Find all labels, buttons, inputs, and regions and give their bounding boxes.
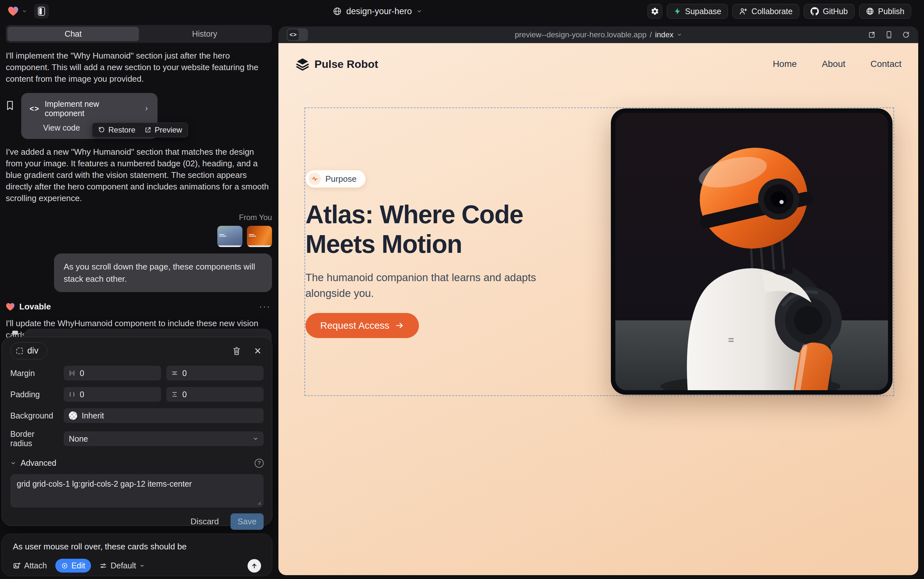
- border-radius-select[interactable]: None: [64, 431, 264, 446]
- project-name: design-your-hero: [346, 7, 412, 16]
- component-hover-actions: Restore Preview: [92, 123, 188, 137]
- lovable-avatar: [6, 303, 15, 311]
- publish-globe-icon: [866, 7, 874, 15]
- chevron-down-icon: [253, 436, 258, 442]
- preview-button[interactable]: Preview: [144, 126, 182, 134]
- code-icon: <>: [29, 105, 39, 113]
- padding-label: Padding: [10, 390, 59, 399]
- padding-x-input[interactable]: 0: [64, 387, 161, 402]
- model-selector[interactable]: Default: [100, 561, 145, 570]
- preview-site: Pulse Robot Home About Contact Purpose A…: [278, 43, 918, 575]
- margin-vertical-icon: [171, 370, 178, 376]
- tab-history[interactable]: History: [139, 27, 270, 41]
- collaborate-button[interactable]: Collaborate: [732, 4, 799, 19]
- advanced-section-header[interactable]: Advanced ?: [10, 458, 264, 468]
- discard-button[interactable]: Discard: [191, 517, 219, 527]
- code-icon: <>: [288, 29, 299, 40]
- project-switcher[interactable]: design-your-hero: [333, 0, 422, 23]
- chat-input[interactable]: As user mouse roll over, these cards sho…: [13, 542, 261, 552]
- preview-url-bar[interactable]: preview--design-your-hero.lovable.app / …: [515, 26, 682, 43]
- robot-hero-image: [615, 113, 888, 390]
- open-in-new-tab-button[interactable]: [868, 31, 876, 39]
- sidebar-toggle-button[interactable]: [34, 4, 49, 19]
- hero-content: Purpose Atlas: Where Code Meets Motion T…: [305, 170, 569, 338]
- refresh-button[interactable]: [902, 31, 910, 39]
- settings-button[interactable]: [648, 4, 662, 19]
- margin-y-input[interactable]: 0: [166, 366, 264, 381]
- margin-x-input[interactable]: 0: [64, 366, 161, 381]
- attach-image-icon: [13, 562, 21, 570]
- chat-composer: As user mouse roll over, these cards sho…: [2, 534, 272, 576]
- mobile-preview-button[interactable]: [885, 31, 893, 39]
- layers-icon: [296, 57, 309, 71]
- close-inspector-button[interactable]: ×: [254, 345, 261, 357]
- attachment-thumbnail-blue[interactable]: [217, 226, 242, 247]
- publish-button[interactable]: Publish: [859, 4, 911, 19]
- advanced-collapse-chevron-icon: [10, 460, 16, 466]
- advanced-label: Advanced: [21, 458, 56, 468]
- site-nav-links: Home About Contact: [773, 59, 901, 69]
- padding-horizontal-icon: [69, 391, 75, 397]
- transparency-swatch-icon: [69, 411, 77, 420]
- attachment-thumbnails: [6, 226, 272, 247]
- element-tag: div: [27, 346, 39, 356]
- edit-mode-button[interactable]: Edit: [55, 559, 91, 572]
- hero-title: Atlas: Where Code Meets Motion: [305, 200, 556, 259]
- background-label: Background: [10, 411, 59, 420]
- preview-url-page: index: [655, 30, 673, 39]
- background-input[interactable]: Inherit: [64, 408, 264, 423]
- nav-link-home[interactable]: Home: [773, 59, 797, 69]
- nav-link-contact[interactable]: Contact: [871, 59, 902, 69]
- padding-vertical-icon: [171, 391, 178, 397]
- nav-link-about[interactable]: About: [822, 59, 845, 69]
- border-radius-row: Border radius None: [10, 429, 264, 448]
- supabase-button[interactable]: Supabase: [667, 4, 728, 19]
- save-button[interactable]: Save: [230, 514, 264, 530]
- app-topbar: design-your-hero Supabase Collaborate: [0, 0, 924, 23]
- site-brand[interactable]: Pulse Robot: [296, 57, 378, 71]
- github-button[interactable]: GitHub: [804, 4, 855, 19]
- resize-grip-icon[interactable]: [256, 500, 261, 505]
- dashed-box-icon: [16, 348, 23, 354]
- delete-element-button[interactable]: [232, 347, 241, 355]
- message-more-menu[interactable]: ···: [259, 302, 271, 312]
- project-globe-icon: [333, 7, 342, 16]
- attachment-thumbnail-orange[interactable]: [247, 226, 272, 247]
- arrow-right-icon: [395, 321, 404, 330]
- hero-subtitle: The humanoid companion that learns and a…: [305, 270, 550, 301]
- background-row: Background Inherit: [10, 408, 264, 423]
- chevron-right-icon: [144, 106, 149, 111]
- assistant-message-2: I've added a new "Why Humanoid" section …: [6, 146, 272, 204]
- element-tag-chip[interactable]: div: [10, 342, 47, 359]
- advanced-help-button[interactable]: ?: [255, 459, 264, 468]
- purpose-badge[interactable]: Purpose: [305, 170, 366, 188]
- padding-row: Padding 0 0: [10, 387, 264, 402]
- tab-chat[interactable]: Chat: [7, 27, 139, 41]
- restore-button[interactable]: Restore: [98, 126, 135, 134]
- supabase-bolt-icon: [674, 7, 681, 15]
- code-view-toggle[interactable]: <>: [287, 28, 308, 41]
- target-icon: [61, 562, 68, 569]
- request-access-button[interactable]: Request Access: [305, 313, 419, 338]
- bookmark-icon[interactable]: [6, 101, 14, 139]
- component-card-title: Implement new component: [45, 100, 139, 118]
- project-chevron-icon: [416, 8, 422, 14]
- element-inspector-panel: div × Margin 0 0: [2, 337, 272, 526]
- user-message-bubble: As you scroll down the page, these compo…: [54, 254, 272, 292]
- hero-robot-card: [611, 108, 893, 395]
- pulse-icon: [309, 173, 321, 185]
- chevron-down-icon: [140, 563, 145, 568]
- gear-icon: [651, 7, 659, 15]
- class-list-textarea[interactable]: grid grid-cols-1 lg:grid-cols-2 gap-12 i…: [10, 474, 264, 508]
- send-button[interactable]: [248, 559, 261, 572]
- padding-y-input[interactable]: 0: [166, 387, 264, 402]
- logo-menu-chevron-icon[interactable]: [22, 9, 27, 14]
- preview-topbar: <> preview--design-your-hero.lovable.app…: [278, 26, 918, 43]
- site-nav: Pulse Robot Home About Contact: [278, 43, 918, 71]
- border-radius-label: Border radius: [10, 429, 59, 448]
- lovable-heart-logo[interactable]: [8, 6, 19, 16]
- attach-button[interactable]: Attach: [13, 561, 47, 570]
- preview-url-host: preview--design-your-hero.lovable.app: [515, 30, 646, 39]
- github-icon: [810, 7, 819, 15]
- sidebar-toggle-icon: [38, 7, 45, 16]
